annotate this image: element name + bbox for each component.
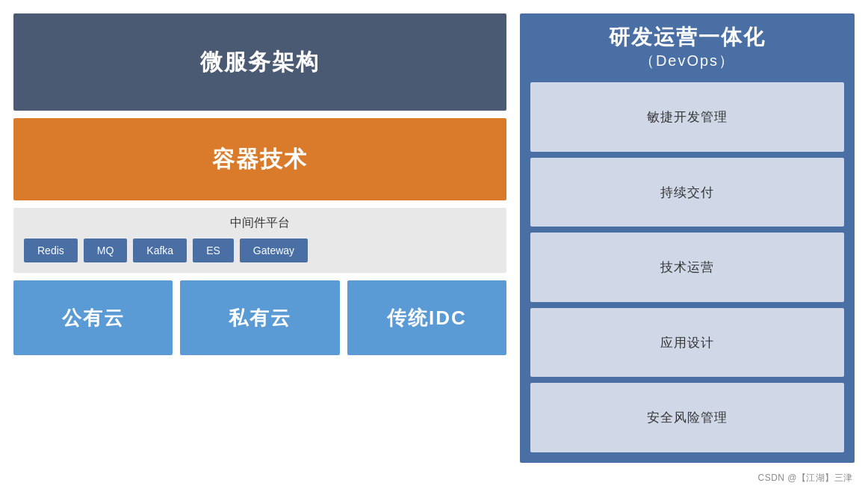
middleware-title: 中间件平台 [24, 215, 496, 231]
right-panel: 研发运营一体化 （DevOps） 敏捷开发管理 持续交付 技术运营 应用设计 安… [520, 13, 855, 463]
devops-item-2: 技术运营 [530, 233, 844, 302]
cloud-row: 公有云 私有云 传统IDC [13, 280, 506, 355]
middleware-gateway: Gateway [240, 239, 308, 262]
devops-subtitle: （DevOps） [530, 51, 844, 70]
container-label: 容器技术 [212, 144, 308, 175]
devops-main-title: 研发运营一体化 [530, 24, 844, 51]
footer-text: CSDN @【江湖】三津 [757, 473, 853, 483]
middleware-redis: Redis [24, 239, 78, 262]
cloud-private: 私有云 [180, 280, 339, 355]
devops-title: 研发运营一体化 （DevOps） [530, 24, 844, 75]
middleware-kafka: Kafka [133, 239, 187, 262]
devops-item-3: 应用设计 [530, 308, 844, 378]
container-section: 容器技术 [13, 118, 506, 200]
middleware-items: Redis MQ Kafka ES Gateway [24, 239, 496, 262]
microservice-label: 微服务架构 [200, 47, 320, 78]
devops-item-4: 安全风险管理 [530, 383, 844, 452]
left-panel: 微服务架构 容器技术 中间件平台 Redis MQ Kafka ES Gatew… [13, 13, 506, 463]
footer: CSDN @【江湖】三津 [0, 469, 868, 489]
devops-item-1: 持续交付 [530, 158, 844, 227]
middleware-mq: MQ [84, 239, 128, 262]
devops-item-0: 敏捷开发管理 [530, 82, 844, 152]
main-container: 微服务架构 容器技术 中间件平台 Redis MQ Kafka ES Gatew… [0, 0, 868, 469]
microservice-section: 微服务架构 [13, 13, 506, 111]
middleware-section: 中间件平台 Redis MQ Kafka ES Gateway [13, 208, 506, 273]
middleware-es: ES [193, 239, 234, 262]
cloud-idc: 传统IDC [347, 280, 506, 355]
devops-items: 敏捷开发管理 持续交付 技术运营 应用设计 安全风险管理 [530, 82, 844, 452]
cloud-public: 公有云 [13, 280, 173, 355]
